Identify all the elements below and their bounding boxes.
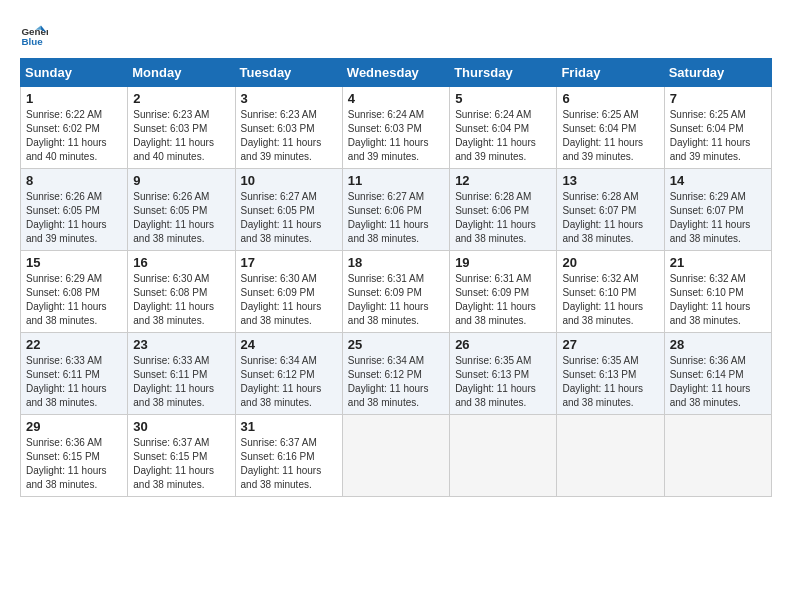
day-number: 16 [133, 255, 229, 270]
calendar-cell: 24Sunrise: 6:34 AM Sunset: 6:12 PM Dayli… [235, 333, 342, 415]
day-info: Sunrise: 6:29 AM Sunset: 6:07 PM Dayligh… [670, 191, 751, 244]
day-number: 3 [241, 91, 337, 106]
day-number: 5 [455, 91, 551, 106]
day-number: 25 [348, 337, 444, 352]
calendar-cell: 27Sunrise: 6:35 AM Sunset: 6:13 PM Dayli… [557, 333, 664, 415]
calendar-cell: 1Sunrise: 6:22 AM Sunset: 6:02 PM Daylig… [21, 87, 128, 169]
day-info: Sunrise: 6:28 AM Sunset: 6:07 PM Dayligh… [562, 191, 643, 244]
day-number: 29 [26, 419, 122, 434]
calendar-cell: 20Sunrise: 6:32 AM Sunset: 6:10 PM Dayli… [557, 251, 664, 333]
day-header-tuesday: Tuesday [235, 59, 342, 87]
calendar-cell: 28Sunrise: 6:36 AM Sunset: 6:14 PM Dayli… [664, 333, 771, 415]
day-header-sunday: Sunday [21, 59, 128, 87]
day-info: Sunrise: 6:25 AM Sunset: 6:04 PM Dayligh… [670, 109, 751, 162]
calendar-cell: 11Sunrise: 6:27 AM Sunset: 6:06 PM Dayli… [342, 169, 449, 251]
day-info: Sunrise: 6:25 AM Sunset: 6:04 PM Dayligh… [562, 109, 643, 162]
calendar-cell: 21Sunrise: 6:32 AM Sunset: 6:10 PM Dayli… [664, 251, 771, 333]
calendar-cell: 14Sunrise: 6:29 AM Sunset: 6:07 PM Dayli… [664, 169, 771, 251]
day-info: Sunrise: 6:27 AM Sunset: 6:06 PM Dayligh… [348, 191, 429, 244]
day-number: 20 [562, 255, 658, 270]
calendar-cell: 18Sunrise: 6:31 AM Sunset: 6:09 PM Dayli… [342, 251, 449, 333]
week-row-4: 22Sunrise: 6:33 AM Sunset: 6:11 PM Dayli… [21, 333, 772, 415]
day-info: Sunrise: 6:37 AM Sunset: 6:15 PM Dayligh… [133, 437, 214, 490]
day-info: Sunrise: 6:26 AM Sunset: 6:05 PM Dayligh… [133, 191, 214, 244]
day-number: 6 [562, 91, 658, 106]
day-info: Sunrise: 6:33 AM Sunset: 6:11 PM Dayligh… [26, 355, 107, 408]
calendar-cell: 17Sunrise: 6:30 AM Sunset: 6:09 PM Dayli… [235, 251, 342, 333]
day-info: Sunrise: 6:35 AM Sunset: 6:13 PM Dayligh… [455, 355, 536, 408]
day-info: Sunrise: 6:24 AM Sunset: 6:03 PM Dayligh… [348, 109, 429, 162]
day-info: Sunrise: 6:23 AM Sunset: 6:03 PM Dayligh… [133, 109, 214, 162]
calendar-cell: 6Sunrise: 6:25 AM Sunset: 6:04 PM Daylig… [557, 87, 664, 169]
day-number: 14 [670, 173, 766, 188]
day-number: 15 [26, 255, 122, 270]
day-info: Sunrise: 6:30 AM Sunset: 6:09 PM Dayligh… [241, 273, 322, 326]
day-info: Sunrise: 6:24 AM Sunset: 6:04 PM Dayligh… [455, 109, 536, 162]
day-number: 10 [241, 173, 337, 188]
day-number: 2 [133, 91, 229, 106]
logo: General Blue [20, 20, 52, 48]
day-info: Sunrise: 6:36 AM Sunset: 6:14 PM Dayligh… [670, 355, 751, 408]
calendar-table: SundayMondayTuesdayWednesdayThursdayFrid… [20, 58, 772, 497]
day-info: Sunrise: 6:34 AM Sunset: 6:12 PM Dayligh… [348, 355, 429, 408]
days-header-row: SundayMondayTuesdayWednesdayThursdayFrid… [21, 59, 772, 87]
calendar-cell [664, 415, 771, 497]
calendar-cell [557, 415, 664, 497]
day-number: 8 [26, 173, 122, 188]
day-number: 11 [348, 173, 444, 188]
day-number: 7 [670, 91, 766, 106]
day-number: 1 [26, 91, 122, 106]
day-info: Sunrise: 6:28 AM Sunset: 6:06 PM Dayligh… [455, 191, 536, 244]
day-info: Sunrise: 6:31 AM Sunset: 6:09 PM Dayligh… [348, 273, 429, 326]
day-number: 28 [670, 337, 766, 352]
day-number: 23 [133, 337, 229, 352]
calendar-cell: 4Sunrise: 6:24 AM Sunset: 6:03 PM Daylig… [342, 87, 449, 169]
day-info: Sunrise: 6:33 AM Sunset: 6:11 PM Dayligh… [133, 355, 214, 408]
day-info: Sunrise: 6:32 AM Sunset: 6:10 PM Dayligh… [670, 273, 751, 326]
calendar-cell: 19Sunrise: 6:31 AM Sunset: 6:09 PM Dayli… [450, 251, 557, 333]
header: General Blue [20, 20, 772, 48]
calendar-cell: 23Sunrise: 6:33 AM Sunset: 6:11 PM Dayli… [128, 333, 235, 415]
calendar-cell: 22Sunrise: 6:33 AM Sunset: 6:11 PM Dayli… [21, 333, 128, 415]
day-number: 24 [241, 337, 337, 352]
day-header-wednesday: Wednesday [342, 59, 449, 87]
day-number: 18 [348, 255, 444, 270]
day-info: Sunrise: 6:36 AM Sunset: 6:15 PM Dayligh… [26, 437, 107, 490]
day-info: Sunrise: 6:26 AM Sunset: 6:05 PM Dayligh… [26, 191, 107, 244]
day-number: 13 [562, 173, 658, 188]
calendar-cell: 2Sunrise: 6:23 AM Sunset: 6:03 PM Daylig… [128, 87, 235, 169]
week-row-3: 15Sunrise: 6:29 AM Sunset: 6:08 PM Dayli… [21, 251, 772, 333]
calendar-cell: 26Sunrise: 6:35 AM Sunset: 6:13 PM Dayli… [450, 333, 557, 415]
day-header-thursday: Thursday [450, 59, 557, 87]
day-number: 12 [455, 173, 551, 188]
calendar-cell: 31Sunrise: 6:37 AM Sunset: 6:16 PM Dayli… [235, 415, 342, 497]
day-number: 17 [241, 255, 337, 270]
day-info: Sunrise: 6:27 AM Sunset: 6:05 PM Dayligh… [241, 191, 322, 244]
calendar-cell: 29Sunrise: 6:36 AM Sunset: 6:15 PM Dayli… [21, 415, 128, 497]
week-row-1: 1Sunrise: 6:22 AM Sunset: 6:02 PM Daylig… [21, 87, 772, 169]
day-info: Sunrise: 6:37 AM Sunset: 6:16 PM Dayligh… [241, 437, 322, 490]
day-info: Sunrise: 6:35 AM Sunset: 6:13 PM Dayligh… [562, 355, 643, 408]
day-number: 31 [241, 419, 337, 434]
day-info: Sunrise: 6:23 AM Sunset: 6:03 PM Dayligh… [241, 109, 322, 162]
calendar-cell: 12Sunrise: 6:28 AM Sunset: 6:06 PM Dayli… [450, 169, 557, 251]
calendar-cell: 30Sunrise: 6:37 AM Sunset: 6:15 PM Dayli… [128, 415, 235, 497]
calendar-cell: 16Sunrise: 6:30 AM Sunset: 6:08 PM Dayli… [128, 251, 235, 333]
calendar-cell: 8Sunrise: 6:26 AM Sunset: 6:05 PM Daylig… [21, 169, 128, 251]
week-row-2: 8Sunrise: 6:26 AM Sunset: 6:05 PM Daylig… [21, 169, 772, 251]
day-number: 22 [26, 337, 122, 352]
day-header-friday: Friday [557, 59, 664, 87]
day-info: Sunrise: 6:29 AM Sunset: 6:08 PM Dayligh… [26, 273, 107, 326]
day-info: Sunrise: 6:32 AM Sunset: 6:10 PM Dayligh… [562, 273, 643, 326]
calendar-cell: 5Sunrise: 6:24 AM Sunset: 6:04 PM Daylig… [450, 87, 557, 169]
day-header-monday: Monday [128, 59, 235, 87]
day-number: 9 [133, 173, 229, 188]
day-header-saturday: Saturday [664, 59, 771, 87]
day-info: Sunrise: 6:30 AM Sunset: 6:08 PM Dayligh… [133, 273, 214, 326]
calendar-cell: 10Sunrise: 6:27 AM Sunset: 6:05 PM Dayli… [235, 169, 342, 251]
day-number: 4 [348, 91, 444, 106]
calendar-cell: 9Sunrise: 6:26 AM Sunset: 6:05 PM Daylig… [128, 169, 235, 251]
day-number: 21 [670, 255, 766, 270]
day-number: 30 [133, 419, 229, 434]
calendar-cell: 7Sunrise: 6:25 AM Sunset: 6:04 PM Daylig… [664, 87, 771, 169]
